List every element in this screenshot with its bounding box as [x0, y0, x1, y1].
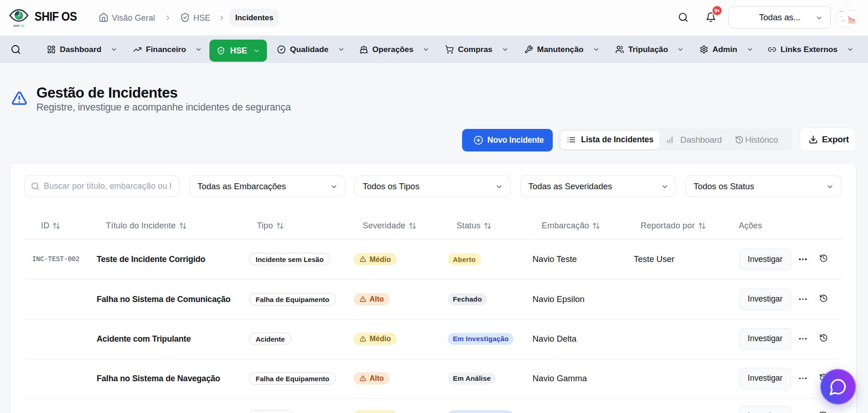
svg-text:SHIF OS: SHIF OS: [13, 24, 24, 27]
